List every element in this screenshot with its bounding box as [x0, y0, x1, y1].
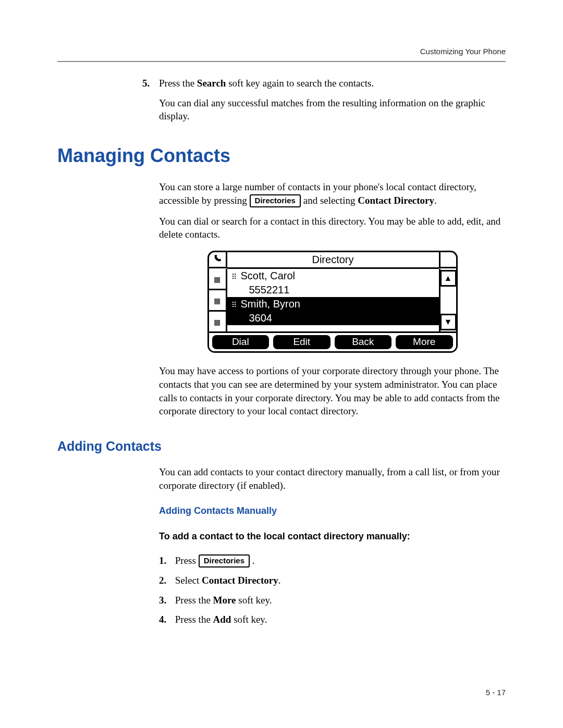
para-add-methods: You can add contacts to your contact dir… [159, 465, 506, 492]
keypad-icon [214, 272, 221, 286]
para-dial-or-search: You can dial or search for a contact in … [159, 215, 506, 241]
keypad-icon [214, 293, 221, 307]
step-pre: Select [175, 575, 202, 586]
scroll-up-icon[interactable]: ▲ [440, 270, 457, 287]
softkey-dial[interactable]: Dial [212, 335, 270, 350]
add-bold: Add [213, 614, 231, 625]
directory-entry-1: Scott, Carol 5552211 [227, 269, 439, 297]
softkey-more[interactable]: More [396, 335, 453, 350]
handset-icon [213, 252, 222, 266]
step-4: 4. Press the Add soft key. [159, 613, 506, 626]
running-header: Customizing Your Phone [57, 47, 506, 56]
side-icon-2 [209, 290, 226, 312]
heading-to-add-manually: To add a contact to the local contact di… [159, 530, 506, 542]
entry-icon [231, 269, 237, 283]
step-pre: Press the [175, 614, 213, 625]
side-icons [209, 269, 227, 331]
softkey-bar: Dial Edit Back More [209, 331, 456, 352]
step-5: Press the Search soft key again to searc… [159, 77, 506, 123]
step-number: 1. [159, 554, 173, 567]
keypad-icon [214, 314, 221, 328]
entry-name: Scott, Carol [241, 269, 295, 283]
contact-directory-bold-2: Contact Directory [202, 575, 278, 586]
step-2: 2. Select Contact Directory. [159, 574, 506, 587]
body-column: Press the Search soft key again to searc… [159, 77, 506, 123]
step-post: . [278, 575, 281, 586]
directory-entry-2-selected: Smith, Byron 3604 [227, 297, 439, 325]
step-pre: Press the [175, 595, 213, 606]
entry-name-row: Scott, Carol [231, 269, 435, 283]
step-pre: Press [175, 555, 199, 566]
entry-number: 3604 [231, 311, 435, 325]
step-number: 4. [159, 613, 173, 626]
previous-steps-list: Press the Search soft key again to searc… [159, 77, 506, 123]
managing-contacts-body: You can store a large number of contacts… [159, 180, 506, 418]
side-top-icon [209, 252, 227, 268]
entry-name-row: Smith, Byron [231, 297, 435, 311]
directory-rows: Scott, Carol 5552211 Smith, Byron 3604 [227, 269, 439, 331]
directories-keycap-2: Directories [199, 554, 250, 567]
para-store-contacts: You can store a large number of contacts… [159, 180, 506, 207]
header-rule [57, 61, 506, 62]
step-text-b: soft key again to search the contacts. [226, 78, 374, 89]
manual-add-steps: 1. Press Directories . 2. Select Contact… [159, 554, 506, 626]
step-number: 2. [159, 574, 173, 587]
entry-icon [231, 297, 237, 311]
adding-contacts-body: You can add contacts to your contact dir… [159, 465, 506, 626]
page: Customizing Your Phone Press the Search … [0, 0, 563, 728]
step-number: 3. [159, 594, 173, 607]
lcd-body: Scott, Carol 5552211 Smith, Byron 3604 [209, 269, 456, 331]
p1b: and selecting [301, 195, 358, 206]
entry-number: 5552211 [231, 283, 435, 297]
side-icon-1 [209, 269, 226, 290]
step-post: . [252, 555, 255, 566]
softkey-back[interactable]: Back [335, 335, 392, 350]
scroll-top-spacer [439, 252, 456, 268]
phone-screen: Directory Scott, Carol [207, 251, 458, 353]
more-bold: More [213, 595, 236, 606]
p1c: . [434, 195, 437, 206]
directories-keycap-1: Directories [250, 194, 301, 207]
lcd-header-row: Directory [209, 252, 456, 269]
scroll-down-icon[interactable]: ▼ [440, 314, 457, 330]
scroll-column: ▲ ▼ [439, 269, 456, 331]
lcd-title: Directory [227, 252, 439, 269]
para-corporate-directory: You may have access to portions of your … [159, 364, 506, 418]
lcd-title-area: Directory [227, 252, 439, 269]
entry-name: Smith, Byron [241, 297, 300, 311]
lcd-panel: Directory Scott, Carol [207, 251, 458, 353]
step-subtext: You can dial any successful matches from… [159, 96, 506, 123]
step-text: Press the [159, 78, 197, 89]
heading-managing-contacts: Managing Contacts [57, 145, 506, 167]
heading-adding-contacts-manually: Adding Contacts Manually [159, 504, 506, 517]
softkey-edit[interactable]: Edit [273, 335, 331, 350]
heading-adding-contacts: Adding Contacts [57, 439, 506, 454]
step-post: soft key. [236, 595, 272, 606]
step-post: soft key. [231, 614, 267, 625]
step-3: 3. Press the More soft key. [159, 594, 506, 607]
page-number: 5 - 17 [486, 688, 506, 697]
search-bold: Search [197, 78, 226, 89]
step-1: 1. Press Directories . [159, 554, 506, 567]
contact-directory-bold-1: Contact Directory [358, 195, 434, 206]
side-icon-3 [209, 312, 226, 331]
